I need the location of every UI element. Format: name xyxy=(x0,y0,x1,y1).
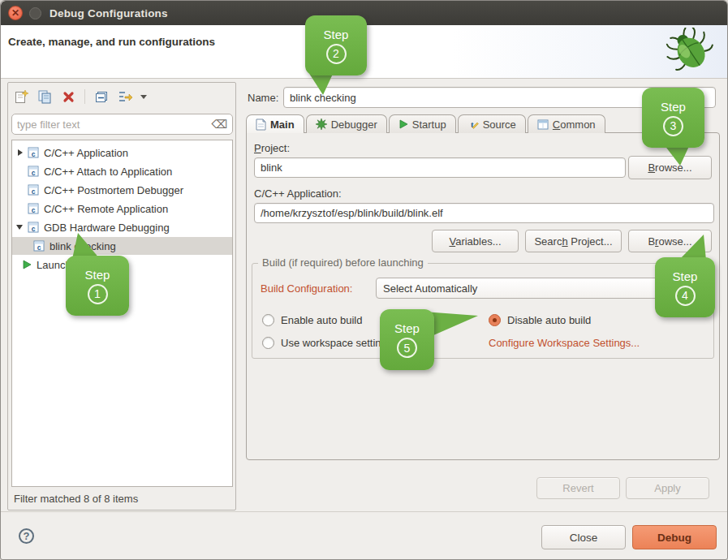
help-button[interactable]: ? xyxy=(19,528,34,544)
tree-item-label: C/C++ Postmortem Debugger xyxy=(44,184,183,196)
step-number: 1 xyxy=(88,284,108,304)
step-5-callout: Step 5 xyxy=(380,309,434,370)
configure-workspace-settings-link[interactable]: Configure Workspace Settings... xyxy=(489,337,640,349)
step-label: Step xyxy=(661,100,686,114)
footer-separator xyxy=(1,511,728,512)
tab-bar: Main Debugger Startup t Source Common xyxy=(246,114,607,133)
search-project-button[interactable]: Search Project... xyxy=(525,230,622,252)
tab-source[interactable]: t Source xyxy=(458,114,526,133)
step-2-callout: Step 2 xyxy=(305,15,367,75)
enable-auto-build-radio[interactable] xyxy=(262,314,274,326)
expander-collapsed-icon[interactable] xyxy=(18,149,23,156)
svg-text:c: c xyxy=(32,187,36,196)
svg-text:c: c xyxy=(37,243,41,252)
tab-debugger[interactable]: Debugger xyxy=(306,114,387,133)
step-label: Step xyxy=(673,269,698,283)
common-tab-icon xyxy=(537,119,549,130)
browse-project-button[interactable]: Browse... xyxy=(628,156,712,179)
project-input[interactable]: blink xyxy=(254,157,626,178)
tree-item-cpp-application[interactable]: c C/C++ Application xyxy=(12,144,232,162)
apply-button[interactable]: Apply xyxy=(626,477,709,499)
svg-text:c: c xyxy=(32,206,36,214)
tree-item-label: C/C++ Application xyxy=(44,147,128,159)
button-label: Variables... xyxy=(449,235,501,248)
debug-bug-icon xyxy=(665,28,717,77)
button-label: Apply xyxy=(654,482,681,494)
name-value: blink checking xyxy=(290,92,356,104)
tab-label: Main xyxy=(270,118,295,131)
new-configuration-icon[interactable] xyxy=(13,88,29,105)
toolbar-separator xyxy=(84,89,85,104)
step-number: 4 xyxy=(675,286,696,306)
launch-group-icon xyxy=(22,260,32,269)
button-label: Close xyxy=(570,532,598,544)
clear-filter-icon[interactable]: ⌫ xyxy=(211,118,227,130)
delete-configuration-icon[interactable] xyxy=(60,88,76,105)
button-label: Revert xyxy=(562,482,593,494)
button-label: Debug xyxy=(657,532,691,544)
svg-text:c: c xyxy=(32,225,36,233)
filter-status-text: Filter matched 8 of 8 items xyxy=(14,493,138,505)
tree-item-blink-checking[interactable]: c blink checking xyxy=(12,237,232,255)
tree-item-label: GDB Hardware Debugging xyxy=(44,222,170,234)
revert-button[interactable]: Revert xyxy=(536,477,620,499)
main-tab-icon xyxy=(256,118,266,131)
tree-item-label: C/C++ Attach to Application xyxy=(44,166,172,178)
variables-button[interactable]: Variables... xyxy=(432,230,519,252)
tree-item-cpp-postmortem[interactable]: c C/C++ Postmortem Debugger xyxy=(12,181,232,199)
startup-tab-icon xyxy=(398,119,408,129)
svg-text:c: c xyxy=(32,169,36,177)
tree-item-label: C/C++ Remote Application xyxy=(44,203,168,215)
window-title: Debug Configurations xyxy=(50,1,168,25)
application-value: /home/krzysztof/esp/blink/build/blink.el… xyxy=(261,207,443,219)
button-label: Browse... xyxy=(648,162,691,174)
filter-input[interactable] xyxy=(17,118,211,131)
enable-auto-build-label: Enable auto build xyxy=(281,314,362,326)
tab-label: Source xyxy=(483,118,516,131)
c-application-icon: c xyxy=(33,240,45,252)
tab-common[interactable]: Common xyxy=(528,114,605,133)
close-button[interactable]: Close xyxy=(541,525,626,549)
debug-configurations-dialog: ✕ Debug Configurations Create, manage, a… xyxy=(0,0,728,560)
maximize-window-icon[interactable] xyxy=(29,7,41,19)
filter-configurations-icon[interactable] xyxy=(117,88,133,105)
step-label: Step xyxy=(85,268,110,282)
use-workspace-settings-radio[interactable] xyxy=(262,337,274,349)
build-configuration-label: Build Configuration: xyxy=(261,282,352,295)
tab-main[interactable]: Main xyxy=(246,114,304,133)
debug-button[interactable]: Debug xyxy=(632,525,717,549)
collapse-all-icon[interactable] xyxy=(93,88,110,105)
group-title: Build (if required) before launching xyxy=(258,256,428,269)
tree-item-cpp-remote[interactable]: c C/C++ Remote Application xyxy=(12,200,232,218)
c-application-icon: c xyxy=(28,203,39,214)
close-window-icon[interactable]: ✕ xyxy=(8,6,23,20)
c-application-icon: c xyxy=(28,184,39,196)
browse-application-button[interactable]: Browse... xyxy=(628,230,712,252)
step-3-callout: Step 3 xyxy=(642,88,704,148)
disable-auto-build-label: Disable auto build xyxy=(507,314,591,326)
disable-auto-build-radio[interactable] xyxy=(489,314,501,326)
step-1-callout: Step 1 xyxy=(66,256,129,316)
use-workspace-settings-label: Use workspace settings xyxy=(281,337,392,349)
c-application-icon: c xyxy=(28,222,39,233)
toolbar-menu-caret-icon[interactable] xyxy=(140,95,147,99)
project-value: blink xyxy=(261,162,282,174)
tree-item-gdb-hardware[interactable]: c GDB Hardware Debugging xyxy=(12,218,232,236)
tree-item-cpp-attach[interactable]: c C/C++ Attach to Application xyxy=(12,162,232,180)
expander-expanded-icon[interactable] xyxy=(16,225,23,230)
c-application-icon: c xyxy=(28,166,39,177)
configurations-toolbar xyxy=(13,87,147,106)
svg-text:c: c xyxy=(32,150,36,158)
step-4-callout: Step 4 xyxy=(655,257,715,317)
tab-startup[interactable]: Startup xyxy=(389,114,456,133)
step-number: 5 xyxy=(397,338,417,358)
source-tab-icon: t xyxy=(467,118,479,130)
combo-value: Select Automatically xyxy=(383,282,477,295)
duplicate-configuration-icon[interactable] xyxy=(37,88,53,105)
step-label: Step xyxy=(324,28,349,41)
build-before-launch-group: Build (if required) before launching Bui… xyxy=(252,263,714,359)
step-number: 2 xyxy=(326,44,347,64)
tab-label: Common xyxy=(553,118,596,131)
application-input[interactable]: /home/krzysztof/esp/blink/build/blink.el… xyxy=(254,203,714,223)
debugger-tab-icon xyxy=(316,118,327,130)
